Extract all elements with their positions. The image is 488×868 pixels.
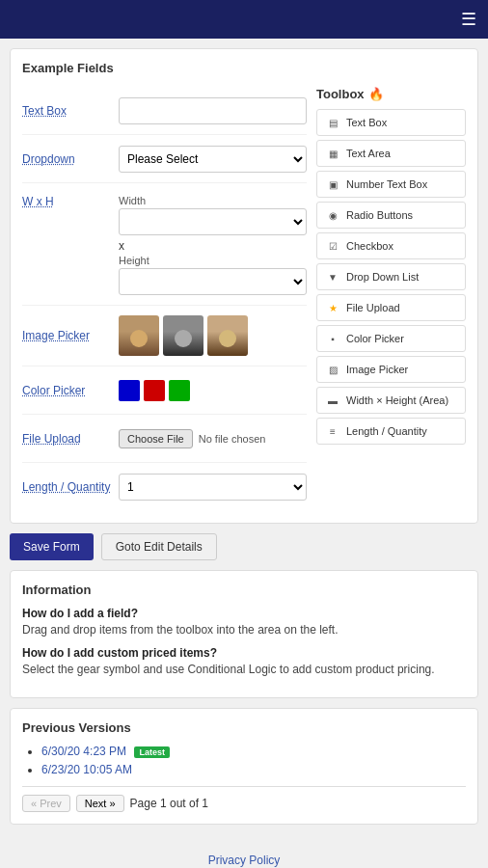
information-card: Information How do I add a field? Drag a…: [10, 570, 478, 698]
toolbox-item-checkbox[interactable]: ☑ Checkbox: [316, 232, 466, 259]
previous-versions-card: Previous Versions 6/30/20 4:23 PM Latest…: [10, 708, 478, 825]
toolbox: Toolbox 🔥 ▤ Text Box ▦ Text Area ▣ Numbe…: [316, 87, 466, 511]
toolbox-number-text-box-label: Number Text Box: [346, 178, 427, 190]
toolbox-file-upload-label: File Upload: [346, 302, 400, 313]
field-row-image-picker: Image Picker: [22, 306, 307, 366]
length-qty-control: 1: [119, 474, 307, 501]
example-fields-card: Example Fields Text Box Dropdown Please: [10, 48, 478, 524]
x-separator: x: [119, 239, 307, 253]
privacy-policy-link[interactable]: Privacy Policy: [208, 854, 281, 867]
toolbox-item-width-height[interactable]: ▬ Width × Height (Area): [316, 387, 466, 414]
length-qty-select[interactable]: 1: [119, 474, 307, 501]
toolbox-drop-down-list-label: Drop Down List: [346, 271, 419, 283]
top-navigation: ☰: [0, 0, 488, 39]
color-picker-label[interactable]: Color Picker: [22, 384, 119, 397]
field-row-color-picker: Color Picker: [22, 366, 307, 415]
version-link-1[interactable]: 6/30/20 4:23 PM: [41, 745, 126, 758]
toolbox-item-drop-down-list[interactable]: ▼ Drop Down List: [316, 263, 466, 290]
color-swatch-green[interactable]: [169, 380, 190, 401]
field-row-length-qty: Length / Quantity 1: [22, 463, 307, 511]
toolbox-item-radio-buttons[interactable]: ◉ Radio Buttons: [316, 202, 466, 229]
image-picker-control: [119, 315, 307, 356]
main-container: Example Fields Text Box Dropdown Please: [0, 39, 488, 844]
image-option-1[interactable]: [119, 315, 159, 356]
toolbox-title: Toolbox 🔥: [316, 87, 466, 101]
hamburger-icon[interactable]: ☰: [461, 9, 476, 30]
version-item-1: 6/30/20 4:23 PM Latest: [41, 745, 466, 758]
fields-left: Text Box Dropdown Please Select: [22, 87, 307, 511]
toolbox-label: Toolbox: [316, 87, 365, 101]
version-list: 6/30/20 4:23 PM Latest 6/23/20 10:05 AM: [22, 745, 466, 776]
information-title: Information: [22, 583, 466, 597]
field-row-textbox: Text Box: [22, 87, 307, 135]
width-label: Width: [119, 195, 307, 206]
dropdown-label[interactable]: Dropdown: [22, 152, 119, 166]
fire-icon: 🔥: [368, 87, 384, 101]
toolbox-item-text-box[interactable]: ▤ Text Box: [316, 109, 466, 136]
footer: Privacy Policy: [0, 844, 488, 868]
info-a2: Select the gear symbol and use Condition…: [22, 663, 466, 676]
version-item-2: 6/23/20 10:05 AM: [41, 763, 466, 776]
color-picker-icon: ▪: [325, 331, 340, 346]
length-qty-label[interactable]: Length / Quantity: [22, 480, 119, 494]
file-upload-icon: ★: [325, 300, 340, 315]
height-label: Height: [119, 255, 307, 266]
prev-page-button[interactable]: « Prev: [22, 795, 70, 812]
dropdown-control: Please Select: [119, 146, 307, 173]
info-a1: Drag and drop items from the toolbox int…: [22, 623, 466, 637]
file-upload-label[interactable]: File Upload: [22, 432, 119, 446]
image-picker-icon: ▨: [325, 362, 340, 377]
toolbox-item-image-picker[interactable]: ▨ Image Picker: [316, 356, 466, 383]
pagination: « Prev Next » Page 1 out of 1: [22, 786, 466, 812]
radio-buttons-icon: ◉: [325, 207, 340, 223]
width-select[interactable]: [119, 208, 307, 235]
fields-layout: Text Box Dropdown Please Select: [22, 87, 466, 511]
toolbox-checkbox-label: Checkbox: [346, 240, 393, 252]
file-upload-control: Choose File No file chosen: [119, 429, 307, 448]
image-option-3[interactable]: [207, 315, 248, 356]
width-height-icon: ▬: [325, 393, 340, 408]
wxh-label[interactable]: W x H: [22, 195, 119, 208]
number-text-box-icon: ▣: [325, 176, 340, 192]
info-q1: How do I add a field?: [22, 607, 466, 620]
page-info: Page 1 out of 1: [130, 797, 208, 810]
toolbox-item-file-upload[interactable]: ★ File Upload: [316, 294, 466, 321]
color-swatch-red[interactable]: [144, 380, 165, 401]
length-qty-icon: ≡: [325, 423, 340, 439]
field-row-dropdown: Dropdown Please Select: [22, 135, 307, 183]
color-swatch-blue[interactable]: [119, 380, 140, 401]
image-picker-label[interactable]: Image Picker: [22, 329, 119, 342]
field-row-wxh: W x H Width x Height: [22, 183, 307, 306]
height-select[interactable]: [119, 268, 307, 295]
goto-edit-details-button[interactable]: Goto Edit Details: [101, 533, 217, 560]
color-swatches: [119, 380, 307, 401]
version-link-2[interactable]: 6/23/20 10:05 AM: [41, 763, 132, 776]
image-option-2[interactable]: [163, 315, 203, 356]
toolbox-item-color-picker[interactable]: ▪ Color Picker: [316, 325, 466, 352]
info-q2: How do I add custom priced items?: [22, 646, 466, 660]
color-picker-control: [119, 380, 307, 401]
file-upload-row: Choose File No file chosen: [119, 429, 307, 448]
choose-file-button[interactable]: Choose File: [119, 429, 193, 448]
text-area-icon: ▦: [325, 146, 340, 161]
toolbox-color-picker-label: Color Picker: [346, 333, 404, 344]
dropdown-select[interactable]: Please Select: [119, 146, 307, 173]
toolbox-item-text-area[interactable]: ▦ Text Area: [316, 140, 466, 167]
checkbox-icon: ☑: [325, 238, 340, 254]
toolbox-length-qty-label: Length / Quantity: [346, 425, 427, 437]
toolbox-item-length-qty[interactable]: ≡ Length / Quantity: [316, 418, 466, 445]
toolbox-item-number-text-box[interactable]: ▣ Number Text Box: [316, 171, 466, 198]
toolbox-radio-buttons-label: Radio Buttons: [346, 209, 413, 221]
latest-badge: Latest: [134, 746, 170, 758]
no-file-text: No file chosen: [199, 433, 266, 445]
drop-down-list-icon: ▼: [325, 269, 340, 285]
next-page-button[interactable]: Next »: [76, 795, 124, 812]
textbox-input[interactable]: [119, 97, 307, 124]
text-box-icon: ▤: [325, 115, 340, 130]
save-form-button[interactable]: Save Form: [10, 533, 94, 560]
wxh-control: Width x Height: [119, 195, 307, 295]
example-fields-title: Example Fields: [22, 61, 466, 75]
toolbox-text-box-label: Text Box: [346, 117, 387, 128]
textbox-label[interactable]: Text Box: [22, 104, 119, 118]
toolbox-text-area-label: Text Area: [346, 148, 391, 159]
